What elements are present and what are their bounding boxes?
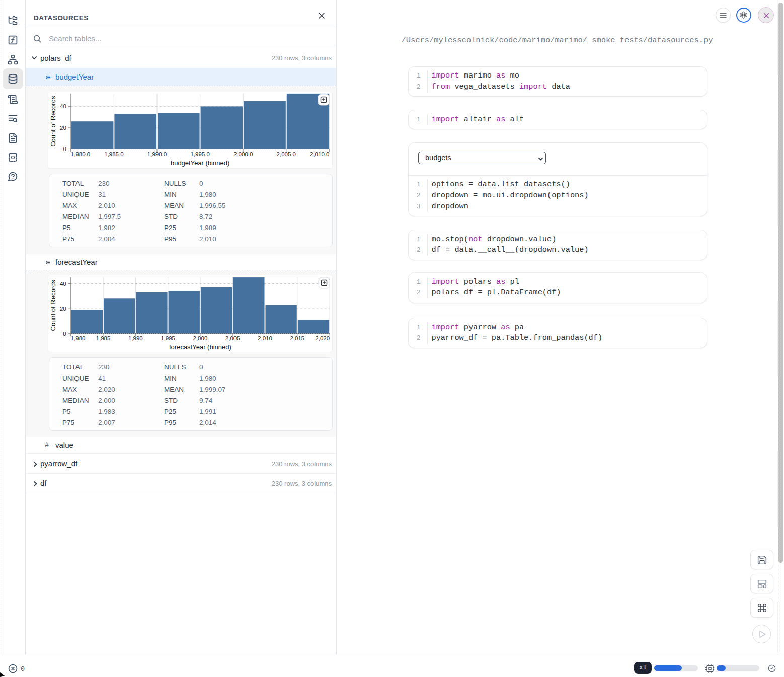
svg-text:budgetYear (binned): budgetYear (binned) bbox=[171, 159, 229, 167]
svg-text:40: 40 bbox=[60, 103, 66, 109]
svg-text:1,985: 1,985 bbox=[96, 335, 111, 341]
svg-text:1,995: 1,995 bbox=[161, 335, 175, 341]
svg-text:2,010: 2,010 bbox=[258, 335, 272, 341]
svg-text:1,995.0: 1,995.0 bbox=[190, 151, 209, 157]
svg-text:2,010.0: 2,010.0 bbox=[310, 151, 329, 157]
svg-text:1,990: 1,990 bbox=[128, 335, 143, 341]
svg-text:2,020: 2,020 bbox=[315, 335, 330, 341]
svg-text:forecastYear (binned): forecastYear (binned) bbox=[169, 343, 231, 351]
svg-text:40: 40 bbox=[60, 281, 66, 287]
svg-text:Count of Records: Count of Records bbox=[49, 96, 57, 147]
svg-text:1,980: 1,980 bbox=[71, 335, 86, 341]
svg-text:2,000.0: 2,000.0 bbox=[233, 151, 253, 157]
svg-text:2,005: 2,005 bbox=[225, 335, 240, 341]
svg-text:2,000: 2,000 bbox=[193, 335, 208, 341]
svg-text:2,015: 2,015 bbox=[290, 335, 304, 341]
svg-text:20: 20 bbox=[60, 125, 66, 131]
svg-text:20: 20 bbox=[60, 306, 66, 312]
svg-text:0: 0 bbox=[63, 146, 66, 152]
svg-text:1,990.0: 1,990.0 bbox=[147, 151, 167, 157]
svg-text:Count of Records: Count of Records bbox=[49, 280, 57, 331]
svg-text:2,005.0: 2,005.0 bbox=[277, 151, 296, 157]
svg-text:0: 0 bbox=[63, 331, 66, 337]
svg-text:1,980.0: 1,980.0 bbox=[71, 151, 90, 157]
svg-text:1,985.0: 1,985.0 bbox=[104, 151, 123, 157]
